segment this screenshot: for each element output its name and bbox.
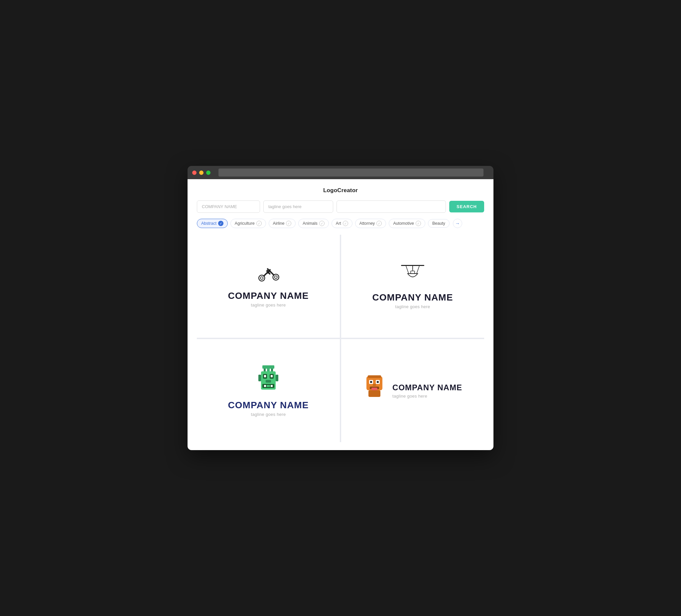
search-bar: SEARCH (197, 201, 484, 213)
tiki-mask-icon (255, 365, 282, 394)
check-icon: ✓ (376, 221, 382, 226)
browser-window: LogoCreator SEARCH Abstract ✓ Agricultur… (187, 166, 494, 450)
category-attorney[interactable]: Attorney ✓ (355, 219, 386, 228)
category-animals-label: Animals (303, 221, 317, 226)
svg-rect-41 (372, 388, 377, 390)
category-beauty[interactable]: Beauty (428, 219, 450, 228)
svg-rect-29 (267, 385, 270, 387)
app-header: LogoCreator (197, 187, 484, 194)
svg-rect-38 (377, 381, 379, 383)
logo1-tagline: tagline goes here (251, 303, 286, 308)
logo2-tagline: tagline goes here (395, 304, 430, 309)
character-icon (363, 375, 386, 401)
category-beauty-label: Beauty (432, 221, 445, 226)
svg-rect-19 (267, 369, 270, 371)
svg-rect-10 (401, 265, 424, 266)
svg-rect-31 (258, 375, 261, 381)
categories-next-button[interactable]: → (453, 219, 462, 228)
category-abstract[interactable]: Abstract ✓ (197, 219, 228, 228)
address-bar[interactable] (219, 169, 483, 177)
logo4-company-name: COMPANY NAME (393, 383, 462, 392)
svg-rect-26 (266, 380, 271, 383)
tagline-input[interactable] (263, 201, 333, 213)
minimize-button[interactable] (199, 171, 203, 175)
logo-grid: COMPANY NAME tagline goes here (197, 235, 484, 442)
search-button[interactable]: SEARCH (449, 201, 484, 212)
check-icon: ✓ (319, 221, 325, 226)
category-airline-label: Airline (273, 221, 285, 226)
category-agriculture[interactable]: Agriculture ✓ (230, 219, 266, 228)
category-animals[interactable]: Animals ✓ (298, 219, 329, 228)
check-icon: ✓ (218, 221, 224, 226)
svg-rect-34 (368, 375, 381, 378)
extra-search-input[interactable] (336, 201, 446, 213)
hanging-lamp-icon (399, 264, 426, 287)
svg-rect-28 (264, 385, 266, 387)
svg-rect-37 (370, 381, 372, 383)
crossed-keys-icon (255, 265, 282, 285)
svg-line-11 (406, 266, 409, 274)
check-icon: ✓ (256, 221, 262, 226)
svg-rect-30 (271, 385, 273, 387)
svg-rect-39 (373, 384, 376, 386)
app-content: LogoCreator SEARCH Abstract ✓ Agricultur… (187, 179, 494, 450)
category-automotive-label: Automotive (393, 221, 414, 226)
svg-rect-18 (264, 369, 266, 371)
category-agriculture-label: Agriculture (235, 221, 255, 226)
app-title: LogoCreator (323, 187, 358, 194)
category-abstract-label: Abstract (201, 221, 217, 226)
category-art-label: Art (336, 221, 341, 226)
logo3-tagline: tagline goes here (251, 412, 286, 417)
svg-rect-32 (276, 375, 278, 381)
logo-card-3[interactable]: COMPANY NAME tagline goes here (197, 339, 340, 442)
svg-rect-25 (271, 375, 273, 377)
logo3-company-name: COMPANY NAME (228, 400, 309, 411)
logo-card-1[interactable]: COMPANY NAME tagline goes here (197, 235, 340, 338)
logo-card-4[interactable]: COMPANY NAME tagline goes here (341, 339, 484, 442)
check-icon: ✓ (286, 221, 291, 226)
svg-rect-20 (271, 369, 273, 371)
category-bar: Abstract ✓ Agriculture ✓ Airline ✓ Anima… (197, 219, 484, 228)
svg-rect-17 (262, 365, 274, 369)
maximize-button[interactable] (206, 171, 210, 175)
check-icon: ✓ (415, 221, 421, 226)
company-name-input[interactable] (197, 201, 260, 213)
svg-point-6 (274, 275, 278, 279)
check-icon: ✓ (343, 221, 348, 226)
category-airline[interactable]: Airline ✓ (269, 219, 296, 228)
logo2-company-name: COMPANY NAME (372, 292, 453, 303)
logo4-tagline: tagline goes here (393, 393, 462, 399)
close-button[interactable] (192, 171, 197, 175)
category-attorney-label: Attorney (359, 221, 375, 226)
category-art[interactable]: Art ✓ (331, 219, 352, 228)
logo-card-2[interactable]: COMPANY NAME tagline goes here (341, 235, 484, 338)
logo1-company-name: COMPANY NAME (228, 290, 309, 301)
svg-rect-24 (264, 375, 266, 377)
browser-titlebar (187, 166, 494, 179)
logo4-text-group: COMPANY NAME tagline goes here (393, 383, 462, 399)
svg-rect-16 (411, 271, 415, 274)
category-automotive[interactable]: Automotive ✓ (389, 219, 425, 228)
svg-rect-42 (369, 390, 380, 397)
svg-line-13 (417, 266, 419, 274)
svg-point-1 (260, 276, 264, 280)
